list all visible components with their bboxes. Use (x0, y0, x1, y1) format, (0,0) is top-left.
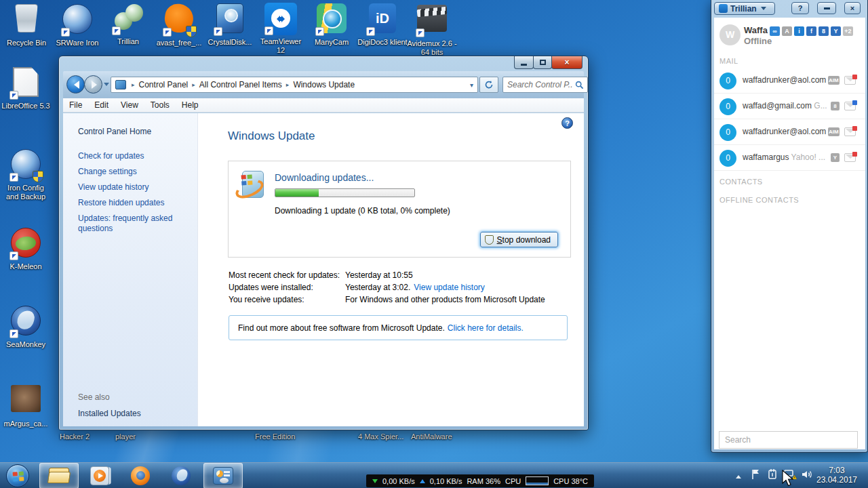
desktop-icon-margus[interactable]: mArgus_ca... (1, 383, 51, 428)
action-center-flag-icon[interactable] (749, 468, 762, 481)
taskbar-seamonkey-button[interactable] (161, 463, 201, 488)
trillian-minimize-button[interactable] (817, 2, 836, 14)
trillian-search-input[interactable] (724, 432, 852, 447)
show-hidden-icons-button[interactable] (732, 468, 745, 481)
yahoo-service-icon[interactable]: Y (831, 26, 841, 36)
mail-envelope-icon (844, 76, 856, 85)
aim-badge: AIM (828, 127, 840, 136)
desktop-icon-libreoffice[interactable]: LibreOffice 5.3 (1, 66, 51, 110)
maximize-icon (540, 60, 546, 65)
desktop-icon-teamviewer[interactable]: TeamViewer 12 (256, 3, 306, 55)
trillian-search-box (719, 431, 858, 449)
more-services-badge[interactable]: +2 (843, 26, 853, 36)
desktop-icon-crystaldisk[interactable]: CrystalDisk... (205, 3, 255, 47)
shortcut-arrow-icon (9, 91, 18, 100)
stop-download-button[interactable]: Stop download (480, 232, 558, 247)
sidebar-installed-updates[interactable]: Installed Updates (78, 409, 141, 418)
trillian-window: Trillian ? × W Waffa Offline ∞ A i f 8 Y… (711, 0, 868, 453)
offline-contacts-section-header[interactable]: OFFLINE CONTACTS (719, 196, 799, 204)
desktop-icon-srware-iron[interactable]: SRWare Iron (52, 3, 102, 47)
help-button[interactable]: ? (561, 117, 573, 129)
refresh-button[interactable] (479, 77, 498, 93)
taskbar-explorer-button[interactable] (39, 463, 79, 488)
facebook-service-icon[interactable]: f (806, 26, 816, 36)
sidebar: Control Panel Home Check for updates Cha… (63, 113, 198, 426)
breadcrumb-separator: ▸ (127, 81, 139, 88)
breadcrumb-all-items[interactable]: All Control Panel Items (199, 80, 282, 89)
mail-item[interactable]: 0 waffad@gmail.com G... 8 (714, 94, 865, 119)
menu-tools[interactable]: Tools (144, 100, 176, 110)
icq-service-icon[interactable]: i (794, 26, 804, 36)
banner-details-link[interactable]: Click here for details. (448, 323, 524, 333)
sidebar-change-settings[interactable]: Change settings (78, 167, 192, 177)
shortcut-arrow-icon (163, 28, 172, 37)
astra-service-icon[interactable]: A (782, 26, 792, 36)
google-badge: 8 (831, 102, 840, 110)
update-status-box: Downloading updates... Downloading 1 upd… (228, 161, 571, 258)
sidebar-check-for-updates[interactable]: Check for updates (78, 151, 192, 161)
recent-pages-dropdown[interactable] (104, 83, 109, 89)
taskbar-media-player-button[interactable] (80, 463, 119, 488)
address-dropdown-icon[interactable]: ▾ (470, 81, 475, 89)
forward-button[interactable] (84, 75, 102, 94)
sidebar-view-update-history[interactable]: View update history (78, 182, 192, 192)
maximize-button[interactable] (533, 56, 552, 69)
page-title: Windows Update (228, 129, 315, 143)
desktop-icon-avidemux[interactable]: Avidemux 2.6 - 64 bits (407, 3, 457, 57)
user-status[interactable]: Offline (744, 36, 772, 46)
desktop-icon-label[interactable]: AntiMalware (411, 432, 452, 441)
menu-edit[interactable]: Edit (88, 100, 115, 110)
desktop-icon-digidoc[interactable]: iD DigiDoc3 klient (357, 3, 408, 47)
breadcrumb-windows-update[interactable]: Windows Update (293, 80, 355, 89)
mail-item[interactable]: 0 waffadrunker@aol.com AIM (714, 68, 865, 94)
desktop-icon-kmeleon[interactable]: K-Meleon (1, 227, 51, 271)
desktop-icon-label[interactable]: 4 Max Spier... (358, 432, 403, 441)
mail-item[interactable]: 0 waffamargus Yahoo! ... Y (714, 145, 865, 171)
network-warning-icon[interactable] (783, 468, 795, 481)
search-input[interactable] (506, 78, 574, 92)
menu-file[interactable]: File (63, 100, 88, 110)
sidebar-control-panel-home[interactable]: Control Panel Home (78, 127, 151, 136)
desktop-icon-label[interactable]: Hacker 2 (60, 432, 90, 441)
taskbar-clock[interactable]: 7:03 23.04.2017 (812, 466, 861, 485)
sidebar-restore-hidden-updates[interactable]: Restore hidden updates (78, 198, 192, 208)
trillian-titlebar: Trillian ? × (711, 0, 867, 17)
sidebar-updates-faq[interactable]: Updates: frequently asked questions (78, 214, 192, 234)
back-button[interactable] (66, 75, 85, 94)
trillian-service-icon[interactable]: ∞ (770, 26, 780, 36)
menu-view[interactable]: View (115, 100, 144, 110)
minimize-button[interactable] (514, 56, 534, 69)
desktop-icon-seamonkey[interactable]: SeaMonkey (1, 305, 51, 349)
shield-icon (186, 26, 197, 37)
trillian-close-button[interactable]: × (844, 2, 861, 14)
desktop-icon-recycle-bin[interactable]: Recycle Bin (1, 3, 52, 47)
taskbar-control-panel-button[interactable] (203, 463, 243, 488)
cpu-label: CPU (505, 477, 521, 485)
system-monitor-widget[interactable]: 0,00 KB/s 0,10 KB/s RAM 36% CPU CPU 38°C (366, 474, 594, 487)
power-plug-icon[interactable] (766, 468, 778, 481)
close-button[interactable]: × (551, 56, 583, 69)
desktop-icon-avast[interactable]: avast_free_... (154, 3, 204, 47)
volume-icon[interactable] (800, 468, 812, 481)
shield-icon (33, 171, 43, 182)
info-row-receive: You receive updates: For Windows and oth… (229, 295, 581, 304)
window-body: Control Panel Home Check for updates Cha… (63, 113, 584, 426)
mail-item[interactable]: 0 waffadrunker@aol.com AIM (714, 119, 865, 145)
desktop-icon-label[interactable]: Free Edition (255, 432, 295, 441)
contacts-section-header[interactable]: CONTACTS (719, 178, 763, 186)
trillian-menu-button[interactable]: Trillian (714, 2, 775, 15)
desktop-icon-label[interactable]: player (115, 432, 136, 441)
start-button[interactable] (6, 464, 29, 487)
desktop-icon-trillian[interactable]: Trillian (103, 3, 153, 46)
chevron-down-icon (761, 7, 766, 13)
breadcrumb-control-panel[interactable]: Control Panel (139, 80, 189, 89)
menu-help[interactable]: Help (176, 100, 205, 110)
view-update-history-link[interactable]: View update history (414, 283, 485, 292)
window-controls: × (514, 56, 583, 69)
trillian-help-button[interactable]: ? (791, 2, 809, 14)
desktop-icon-iron-config[interactable]: Iron Config and Backup (1, 148, 51, 201)
google-service-icon[interactable]: 8 (818, 26, 829, 36)
avatar[interactable]: W (719, 24, 741, 45)
desktop-icon-manycam[interactable]: ManyCam (307, 3, 357, 47)
taskbar-firefox-button[interactable] (121, 463, 160, 488)
